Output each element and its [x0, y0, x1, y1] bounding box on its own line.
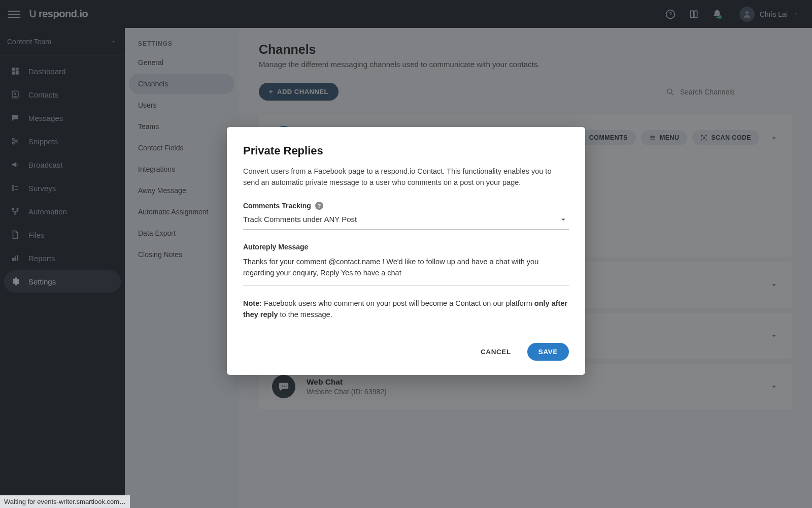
note-mid: Facebook users who comment on your post …	[262, 299, 534, 307]
help-tooltip-icon[interactable]: ?	[315, 202, 323, 210]
cancel-button[interactable]: CANCEL	[471, 343, 520, 361]
autoreply-message-input[interactable]: Thanks for your comment @contact.name ! …	[243, 252, 569, 285]
chevron-down-icon	[559, 215, 568, 224]
note-prefix: Note:	[243, 299, 262, 307]
browser-status-bar: Waiting for events-writer.smartlook.com…	[0, 495, 130, 508]
modal-description: Convert users from a Facebook page to a …	[243, 166, 569, 188]
modal-overlay[interactable]: Private Replies Convert users from a Fac…	[0, 0, 812, 508]
modal-note: Note: Facebook users who comment on your…	[243, 298, 569, 321]
private-replies-modal: Private Replies Convert users from a Fac…	[227, 127, 585, 375]
save-button[interactable]: SAVE	[527, 343, 569, 361]
comments-tracking-value: Track Comments under ANY Post	[243, 215, 357, 224]
comments-tracking-select[interactable]: Track Comments under ANY Post	[243, 210, 569, 230]
modal-title: Private Replies	[243, 144, 569, 157]
note-suffix: to the message.	[278, 310, 332, 319]
autoreply-label: Autoreply Message	[243, 243, 308, 251]
comments-tracking-label: Comments Tracking	[243, 202, 311, 210]
